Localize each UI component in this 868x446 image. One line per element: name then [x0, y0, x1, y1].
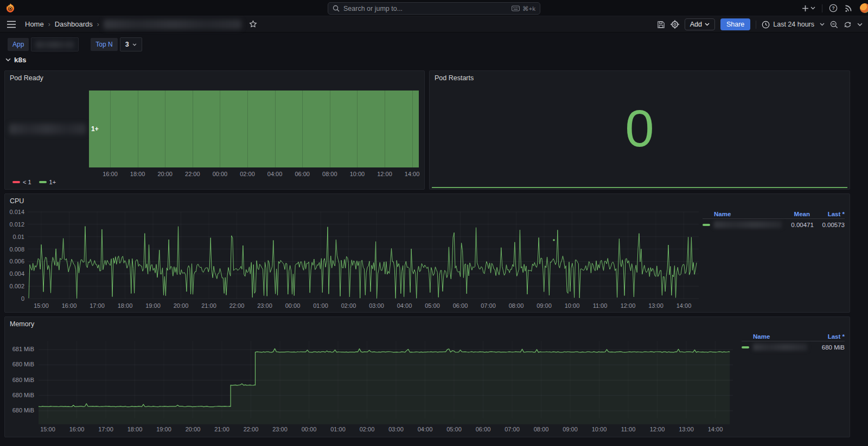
breadcrumb-dashboards[interactable]: Dashboards [55, 20, 93, 28]
cpu-time-series-plot[interactable] [28, 209, 699, 302]
grid-line [110, 91, 111, 167]
refresh-interval-dropdown[interactable] [857, 23, 863, 27]
legend-item-lt1[interactable]: < 1 [12, 179, 31, 185]
panel-memory[interactable]: Memory 681 MiB680 MiB680 MiB680 MiB680 M… [4, 316, 850, 437]
breadcrumb-current-redacted [104, 20, 241, 29]
share-button[interactable]: Share [720, 18, 750, 30]
variable-app-value-redacted [36, 41, 74, 48]
legend-swatch-red [12, 181, 20, 183]
save-dashboard-button[interactable] [657, 21, 665, 29]
axis-tick-label: 11:00 [593, 302, 608, 309]
template-variables-row: App Top N 3 [8, 37, 142, 51]
axis-tick-label: 16:00 [62, 302, 77, 309]
help-button[interactable]: ? [829, 4, 838, 12]
menu-toggle-button[interactable] [7, 21, 16, 28]
legend-item-1plus[interactable]: 1+ [39, 179, 56, 185]
axis-tick-label: 16:00 [103, 171, 118, 177]
grafana-logo-icon[interactable] [5, 3, 16, 14]
grid-line [412, 91, 413, 167]
favorite-star-button[interactable] [249, 20, 257, 28]
panel-title[interactable]: CPU [10, 197, 24, 205]
axis-tick-label: 0.01 [5, 234, 24, 240]
svg-text:?: ? [832, 5, 834, 11]
chevron-down-icon [705, 23, 710, 26]
legend-series-name-redacted [753, 344, 807, 351]
news-button[interactable] [844, 4, 853, 12]
panel-cpu[interactable]: CPU 0.0140.0120.010.0080.0060.0040.0020 … [4, 193, 850, 313]
axis-tick-label: 15:00 [34, 302, 49, 309]
state-timeline-segment[interactable]: 1+ [89, 91, 419, 167]
panel-pod-restarts[interactable]: Pod Restarts 0 [429, 70, 850, 190]
legend-swatch-green [39, 181, 47, 183]
chevron-down-icon [820, 23, 825, 26]
axis-tick-label: 08:00 [322, 171, 337, 177]
add-menu-button[interactable] [802, 5, 815, 12]
axis-tick-label: 12:00 [377, 171, 392, 177]
avatar [860, 3, 868, 13]
dashboard-settings-button[interactable] [671, 20, 679, 29]
axis-tick-label: 0.014 [5, 209, 24, 215]
breadcrumb-home[interactable]: Home [25, 20, 44, 28]
axis-tick-label: 0.012 [5, 221, 24, 228]
axis-tick-label: 01:00 [313, 302, 328, 309]
axis-tick-label: 05:00 [425, 302, 440, 309]
axis-tick-label: 05:00 [446, 426, 462, 432]
plus-icon [802, 5, 809, 12]
panel-title[interactable]: Memory [10, 320, 34, 328]
axis-tick-label: 18:00 [130, 171, 145, 177]
axis-tick-label: 02:00 [341, 302, 356, 309]
panel-title[interactable]: Pod Ready [10, 74, 43, 82]
axis-tick-label: 17:00 [90, 302, 105, 309]
axis-tick-label: 09:00 [563, 426, 578, 432]
grid-line [275, 91, 276, 167]
grid-line [193, 91, 193, 167]
refresh-dashboard-button[interactable] [844, 21, 852, 29]
axis-tick-label: 00:00 [302, 426, 317, 432]
axis-tick-label: 00:00 [213, 171, 228, 177]
axis-tick-label: 02:00 [240, 171, 255, 177]
row-header-k8s[interactable]: k8s [5, 56, 27, 64]
axis-tick-label: 07:00 [481, 302, 496, 309]
chevron-down-icon [132, 43, 137, 46]
axis-tick-label: 17:00 [98, 426, 113, 432]
axis-tick-label: 23:00 [272, 426, 288, 432]
grid-line [357, 91, 358, 167]
time-range-picker[interactable]: Last 24 hours [762, 21, 825, 29]
clock-icon [762, 21, 770, 29]
variable-value-topn[interactable]: 3 [120, 37, 142, 51]
axis-tick-label: 04:00 [418, 426, 433, 432]
legend-series-row[interactable]: 680 MiB [742, 342, 845, 352]
panel-pod-ready[interactable]: Pod Ready 1+ 16:0018:0020:0022:0000:0002… [4, 70, 425, 190]
axis-tick-label: 10:00 [350, 171, 365, 177]
keyboard-icon [512, 5, 520, 11]
timeline-value-label: 1+ [91, 125, 99, 133]
axis-tick-label: 06:00 [295, 171, 310, 177]
grid-line [302, 91, 303, 167]
axis-tick-label: 13:00 [648, 302, 663, 309]
user-avatar[interactable] [859, 0, 865, 16]
axis-tick-label: 03:00 [388, 426, 404, 432]
cpu-legend-table: Name Mean Last * 0.00471 0.00573 [703, 210, 845, 229]
legend-series-row[interactable]: 0.00471 0.00573 [703, 220, 845, 229]
legend-swatch-green [703, 224, 710, 226]
axis-tick-label: 12:00 [650, 426, 665, 432]
add-panel-button[interactable]: Add [685, 18, 715, 30]
axis-tick-label: 04:00 [397, 302, 412, 309]
grid-line [220, 91, 220, 167]
axis-tick-label: 06:00 [476, 426, 491, 432]
axis-tick-label: 22:00 [244, 426, 259, 432]
axis-tick-label: 19:00 [156, 426, 171, 432]
panel-title[interactable]: Pod Restarts [435, 74, 474, 82]
chevron-down-icon [810, 7, 815, 10]
axis-tick-label: 09:00 [537, 302, 552, 309]
search-bar[interactable]: Search or jump to... ⌘+k [328, 2, 540, 15]
variable-value-app[interactable] [31, 37, 79, 51]
legend-header-row: Name Last * [742, 332, 845, 341]
memory-time-series-plot[interactable] [39, 333, 733, 426]
legend-series-name-redacted [714, 221, 782, 228]
gear-icon [671, 20, 679, 29]
axis-tick-label: 02:00 [360, 426, 375, 432]
zoom-out-time-button[interactable] [830, 21, 838, 29]
axis-tick-label: 14:00 [708, 426, 723, 432]
rss-icon [844, 4, 853, 12]
